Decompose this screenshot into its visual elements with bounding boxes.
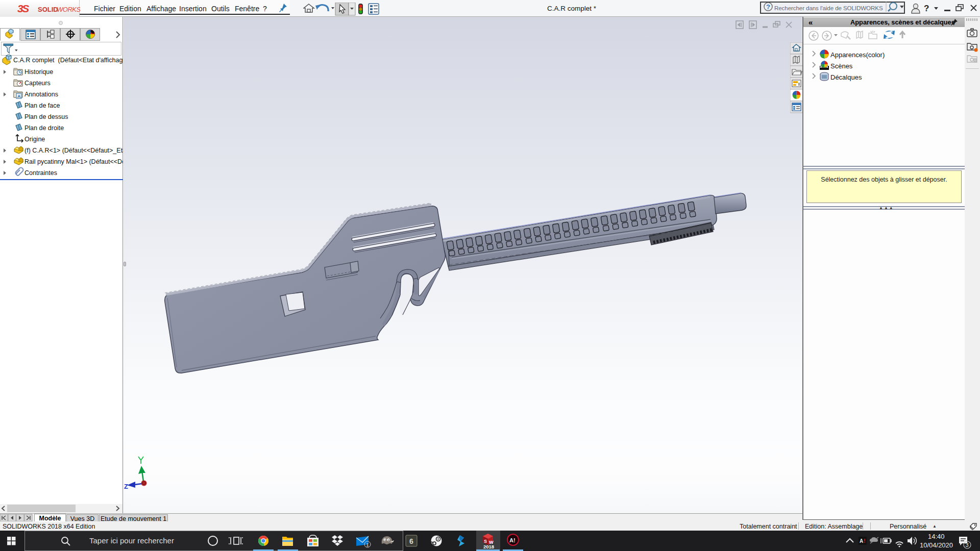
svg-text:10/04/2020: 10/04/2020 — [920, 541, 953, 549]
svg-text:3S: 3S — [17, 3, 29, 14]
svg-text:S: S — [484, 539, 487, 544]
svg-text:3: 3 — [966, 542, 969, 548]
svg-text:?: ? — [766, 3, 770, 11]
svg-text:2018: 2018 — [483, 544, 494, 549]
svg-text:WORKS: WORKS — [57, 6, 80, 13]
svg-text:1: 1 — [366, 542, 369, 547]
svg-text:A: A — [860, 538, 863, 544]
svg-text:?: ? — [924, 4, 929, 13]
svg-text:6: 6 — [409, 537, 413, 545]
svg-text:14:40: 14:40 — [928, 533, 945, 540]
svg-text:!: ! — [864, 538, 865, 544]
svg-text:SOLID: SOLID — [38, 6, 58, 13]
svg-text:A: A — [17, 94, 21, 99]
svg-text:Z: Z — [124, 483, 128, 490]
svg-text:A!: A! — [509, 537, 516, 543]
